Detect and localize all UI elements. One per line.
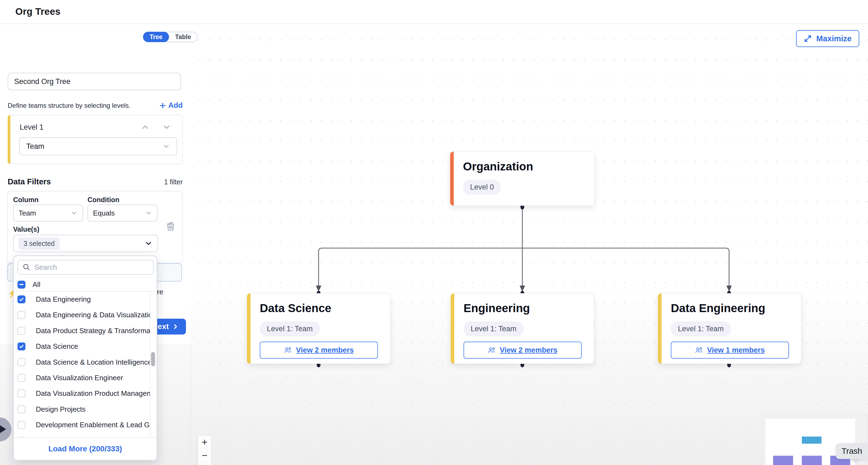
option-checkbox[interactable]	[18, 296, 25, 303]
level-1-card: Level 1 Team	[8, 115, 183, 164]
option-checkbox[interactable]	[18, 374, 25, 382]
tree-name-input[interactable]	[8, 73, 181, 90]
levels-hint: Define teams structure by selecting leve…	[8, 102, 131, 110]
option-checkbox[interactable]	[18, 421, 25, 429]
scrollbar-thumb[interactable]	[151, 352, 155, 366]
zoom-in-button[interactable]: +	[198, 436, 211, 449]
dropdown-footer: Load More (200/333)	[14, 437, 157, 460]
zoom-out-button[interactable]: −	[198, 449, 211, 462]
app-header: Org Trees	[0, 0, 868, 24]
values-multiselect[interactable]: 3 selected	[13, 235, 158, 252]
toggle-tree[interactable]: Tree	[143, 32, 169, 42]
minimap-child-node	[802, 456, 822, 465]
add-level-button[interactable]: Add	[159, 101, 183, 110]
covered-text-fragment: re	[157, 288, 163, 296]
org-node-root[interactable]: Organization Level 0	[450, 152, 594, 206]
members-icon	[695, 346, 703, 354]
org-node-data-engineering[interactable]: Data Engineering Level 1: Team View 1 me…	[658, 293, 801, 364]
condition-value: Equals	[93, 209, 115, 217]
level-type-select[interactable]: Team	[19, 137, 177, 155]
node-accent-bar	[247, 293, 250, 364]
select-all-row[interactable]: All	[18, 278, 40, 290]
node-level-badge: Level 1: Team	[671, 321, 731, 336]
plus-icon	[159, 102, 166, 109]
data-filters-title: Data Filters	[8, 177, 51, 186]
org-tree-edges	[191, 24, 868, 465]
option-checkbox[interactable]	[18, 342, 25, 350]
option-label: Data Product Strategy & Transformat...	[36, 327, 150, 335]
dropdown-option-row[interactable]: Data Science	[18, 339, 78, 354]
dropdown-option-row[interactable]: Data Visualization Product Managem...	[18, 386, 150, 401]
org-chart-canvas[interactable]: Maximize Organization Level 0 Data Scien…	[191, 24, 868, 465]
node-level-badge: Level 1: Team	[464, 321, 524, 336]
select-all-label: All	[33, 280, 40, 289]
dropdown-option-row[interactable]: Data Engineering & Data Visualization	[18, 307, 150, 323]
chevron-up-icon	[141, 123, 150, 132]
node-accent-bar	[658, 293, 661, 364]
maximize-button[interactable]: Maximize	[796, 30, 859, 47]
option-label: Data Engineering	[36, 295, 91, 304]
view-members-button[interactable]: View 2 members	[260, 342, 378, 359]
chevron-down-icon	[145, 239, 153, 248]
select-all-checkbox-indeterminate[interactable]	[18, 281, 25, 288]
dropdown-search-input[interactable]	[34, 263, 138, 272]
data-filters-header: Data Filters 1 filter	[8, 177, 183, 186]
option-checkbox[interactable]	[18, 390, 25, 397]
view-members-button[interactable]: View 1 members	[671, 342, 789, 359]
zoom-controls: + −	[198, 435, 211, 465]
dropdown-option-row[interactable]: Data Product Strategy & Transformat...	[18, 323, 150, 339]
expand-icon	[804, 34, 812, 43]
trash-icon	[166, 221, 176, 232]
node-title: Organization	[463, 160, 533, 173]
search-icon	[23, 263, 31, 271]
org-node-engineering[interactable]: Engineering Level 1: Team View 2 members	[451, 293, 594, 364]
dropdown-search-box	[18, 260, 154, 275]
trash-tooltip: Trash	[836, 443, 868, 459]
values-dropdown-panel: All Data Engineering Data Engineering & …	[13, 255, 157, 461]
dropdown-option-row[interactable]: Development Enablement & Lead Ge...	[18, 417, 150, 433]
org-node-data-science[interactable]: Data Science Level 1: Team View 2 member…	[247, 293, 390, 364]
sidebar-collapse-handle[interactable]	[0, 417, 11, 441]
column-select[interactable]: Team	[13, 205, 83, 222]
load-more-link[interactable]: Load More (200/333)	[49, 444, 122, 453]
node-accent-bar	[450, 152, 454, 206]
node-level-badge: Level 0	[463, 180, 501, 195]
option-checkbox[interactable]	[18, 358, 25, 366]
option-checkbox[interactable]	[18, 311, 25, 319]
node-accent-bar	[451, 293, 454, 364]
option-checkbox[interactable]	[18, 327, 25, 335]
page-title: Org Trees	[15, 6, 60, 17]
option-checkbox[interactable]	[18, 405, 25, 413]
option-label: Development Enablement & Lead Ge...	[36, 421, 150, 429]
dropdown-options-list: Data Engineering Data Engineering & Data…	[14, 291, 150, 438]
node-title: Data Science	[260, 302, 331, 315]
fit-view-button[interactable]	[198, 462, 211, 465]
chevron-right-icon	[172, 323, 179, 330]
org-trees-page: Org Trees Tree Table Define your Organiz…	[0, 0, 868, 465]
column-label: Column	[13, 196, 38, 204]
filter-card: Column Condition Team Equals Value(s) 3 …	[7, 191, 183, 263]
check-icon	[19, 344, 24, 349]
move-level-down-button[interactable]	[162, 123, 171, 132]
level-title: Level 1	[20, 123, 43, 131]
chevron-down-icon	[70, 210, 78, 217]
dropdown-option-row[interactable]: Data Science & Location Intelligence	[18, 354, 150, 370]
chevron-down-icon	[162, 143, 170, 150]
toggle-table[interactable]: Table	[169, 32, 197, 41]
play-icon	[0, 425, 6, 434]
dropdown-option-row[interactable]: Data Engineering	[18, 291, 91, 307]
move-level-up-button[interactable]	[141, 123, 150, 132]
view-members-label: View 2 members	[500, 346, 557, 354]
selected-count-chip: 3 selected	[19, 238, 60, 250]
tree-table-toggle: Tree Table	[143, 32, 198, 42]
delete-filter-button[interactable]	[166, 221, 176, 232]
view-members-button[interactable]: View 2 members	[464, 342, 582, 359]
dropdown-option-row[interactable]: Design Projects	[18, 402, 86, 417]
maximize-label: Maximize	[816, 34, 851, 43]
dropdown-option-row[interactable]: Data Visualization Engineer	[18, 370, 123, 386]
node-title: Engineering	[464, 302, 530, 315]
chevron-down-icon	[145, 210, 152, 217]
levels-hint-row: Define teams structure by selecting leve…	[8, 101, 183, 110]
condition-select[interactable]: Equals	[88, 205, 157, 222]
minimap-root-node	[802, 437, 822, 444]
